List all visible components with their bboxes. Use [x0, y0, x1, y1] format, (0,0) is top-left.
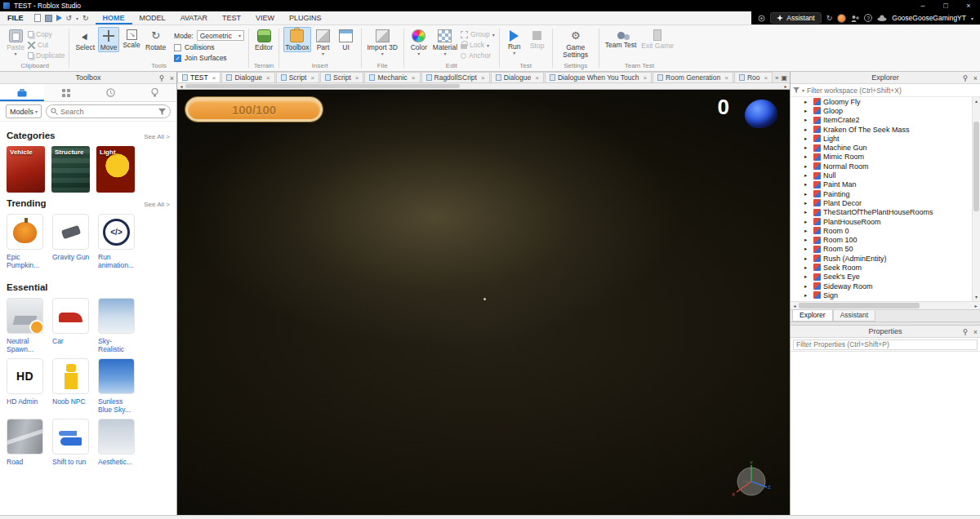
asset-item[interactable]: Neutral Spawn... — [7, 298, 46, 353]
copy-button[interactable]: Copy — [28, 30, 65, 38]
asset-item[interactable]: Road — [7, 419, 46, 466]
asset-item[interactable]: Gravity Gun — [52, 214, 91, 269]
category-card-structure[interactable]: Structure — [51, 146, 90, 193]
undo-caret-icon[interactable]: ▾ — [76, 16, 78, 21]
toolbox-panel-header[interactable]: Toolbox × — [0, 72, 176, 84]
username[interactable]: GooseGooseGamingYT — [892, 14, 966, 22]
close-panel-icon[interactable]: × — [973, 328, 978, 336]
cloud-icon[interactable] — [877, 15, 887, 21]
properties-filter-input[interactable] — [793, 339, 978, 350]
explorer-item[interactable]: ▸Rush (AdminEntity) — [791, 254, 972, 263]
scroll-left-icon[interactable]: ◂ — [177, 83, 185, 89]
doc-tab-ragdollscript[interactable]: RagdollSCript × — [421, 72, 490, 82]
explorer-item[interactable]: ▸ItemCrate2 — [791, 116, 972, 125]
category-card-light[interactable]: Light — [96, 146, 135, 193]
select-tool-button[interactable]: ► Select — [74, 27, 96, 52]
toolbox-asset-list[interactable]: Categories See All > Vehicle Structure L… — [0, 122, 176, 515]
part-button[interactable]: Part ▾ — [313, 27, 334, 58]
tab-list-icon[interactable]: ▣ — [781, 74, 787, 82]
explorer-item[interactable]: ▸Gloop — [791, 106, 972, 115]
user-caret-icon[interactable]: ▾ — [971, 16, 973, 21]
filter-funnel-icon[interactable] — [158, 109, 166, 115]
expand-arrow-icon[interactable]: ▸ — [804, 181, 811, 188]
asset-item[interactable]: Shift to run — [52, 419, 91, 466]
expand-arrow-icon[interactable]: ▸ — [804, 108, 811, 114]
collisions-checkbox[interactable]: Collisions — [174, 43, 244, 51]
see-all-trending-link[interactable]: See All > — [144, 201, 170, 208]
explorer-item[interactable]: ▸Room 100 — [791, 235, 972, 244]
see-all-categories-link[interactable]: See All > — [144, 133, 170, 140]
explorer-item[interactable]: ▸Room 50 — [791, 245, 972, 254]
doc-tab-script[interactable]: Script × — [276, 72, 319, 82]
toolbox-tab-creations[interactable] — [132, 84, 176, 101]
expand-arrow-icon[interactable]: ▸ — [804, 191, 811, 197]
run-button[interactable]: Run ▾ — [504, 27, 525, 57]
close-panel-icon[interactable]: × — [973, 74, 978, 82]
filter-caret-icon[interactable]: ▾ — [802, 87, 804, 93]
stop-button[interactable]: Stop — [527, 27, 548, 51]
explorer-panel-header[interactable]: Explorer × — [791, 72, 980, 84]
expand-arrow-icon[interactable]: ▸ — [804, 255, 811, 262]
doc-tab-roo[interactable]: Roo × — [734, 72, 773, 82]
doc-tab-room-generation[interactable]: Room Generation × — [653, 72, 733, 82]
close-tab-icon[interactable]: × — [212, 74, 216, 82]
doc-tab-mechanic[interactable]: Mechanic × — [364, 72, 420, 82]
scrollbar-track[interactable] — [799, 302, 972, 309]
terrain-editor-button[interactable]: Editor — [253, 27, 274, 52]
expand-arrow-icon[interactable]: ▸ — [804, 163, 811, 170]
close-tab-icon[interactable]: × — [764, 74, 768, 82]
explorer-item[interactable]: ▸Sign — [791, 291, 972, 299]
help-icon[interactable]: ? — [864, 14, 872, 22]
group-button[interactable]: Group▾ — [461, 30, 495, 38]
new-file-icon[interactable] — [34, 14, 41, 22]
mode-select[interactable]: Geometric ▾ — [197, 30, 244, 41]
asset-item[interactable]: Car — [52, 298, 91, 353]
tab-overflow-icon[interactable]: » — [775, 74, 778, 82]
scroll-right-icon[interactable]: ▸ — [782, 83, 790, 89]
category-card-vehicle[interactable]: Vehicle — [7, 146, 45, 193]
ui-button[interactable]: UI — [336, 27, 357, 52]
orientation-gizmo[interactable]: Y X Z front — [729, 459, 772, 502]
expand-arrow-icon[interactable]: ▸ — [804, 228, 811, 234]
explorer-vertical-scrollbar[interactable]: ▴ ▾ — [972, 97, 980, 301]
move-tool-button[interactable]: Move — [98, 27, 119, 52]
import-3d-button[interactable]: Import 3D ▾ — [366, 27, 399, 58]
doc-tab-dialogue[interactable]: Dialogue × — [221, 72, 274, 82]
avatar[interactable] — [837, 14, 846, 23]
tab-plugins[interactable]: PLUGINS — [282, 11, 329, 24]
scrollbar-thumb[interactable] — [973, 122, 979, 211]
expand-arrow-icon[interactable]: ▸ — [804, 219, 811, 225]
team-test-button[interactable]: Team Test — [604, 27, 639, 50]
search-input[interactable] — [60, 108, 156, 116]
toolbox-tab-recent[interactable] — [88, 84, 132, 101]
close-tab-icon[interactable]: × — [643, 74, 647, 82]
expand-arrow-icon[interactable]: ▸ — [804, 264, 811, 271]
expand-arrow-icon[interactable]: ▸ — [804, 292, 811, 299]
explorer-item[interactable]: ▸Kraken Of The Seek Mass — [791, 125, 972, 134]
asset-item[interactable]: Sky-Realistic — [98, 298, 137, 353]
close-tab-icon[interactable]: × — [724, 74, 728, 82]
duplicate-button[interactable]: Duplicate — [28, 51, 65, 60]
expand-arrow-icon[interactable]: ▸ — [804, 283, 811, 290]
explorer-item[interactable]: ▸Seek's Eye — [791, 273, 972, 282]
expand-arrow-icon[interactable]: ▸ — [804, 172, 811, 179]
pin-icon[interactable] — [962, 329, 969, 335]
explorer-item[interactable]: ▸Light — [791, 134, 972, 143]
toolbox-tab-marketplace[interactable] — [0, 84, 44, 101]
expand-arrow-icon[interactable]: ▸ — [804, 99, 811, 105]
explorer-item[interactable]: ▸Room 0 — [791, 226, 972, 235]
asset-item[interactable]: Noob NPC — [52, 358, 91, 414]
toolbox-tab-inventory[interactable] — [44, 84, 88, 101]
explorer-item[interactable]: ▸Painting — [791, 189, 972, 198]
tab-scrollbar-track[interactable] — [185, 83, 782, 89]
pin-icon[interactable] — [158, 75, 165, 82]
scale-tool-button[interactable]: ↘ Scale — [121, 27, 142, 50]
asset-item[interactable]: Sunless Blue Sky... — [98, 358, 137, 414]
expand-arrow-icon[interactable]: ▸ — [804, 126, 811, 133]
dock-tab-assistant[interactable]: Assistant — [833, 310, 876, 322]
redo-icon[interactable]: ↻ — [82, 14, 89, 22]
explorer-item[interactable]: ▸Gloomy Fly — [791, 97, 972, 106]
add-friends-icon[interactable] — [851, 15, 859, 22]
scroll-down-icon[interactable]: ▾ — [973, 293, 980, 301]
dock-tab-explorer[interactable]: Explorer — [792, 310, 833, 322]
